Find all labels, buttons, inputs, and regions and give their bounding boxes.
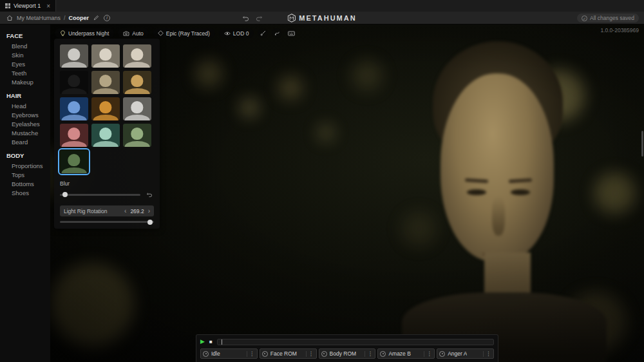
sidebar-section-title-hair: HAIR: [6, 92, 50, 99]
env-thumbnail-soft-white[interactable]: [123, 97, 151, 120]
sidebar-item-eyes[interactable]: Eyes: [6, 59, 50, 68]
viewport-toolbar: Underpass Night Auto Epic (Ray Traced): [55, 28, 296, 38]
blur-slider-knob[interactable]: [62, 192, 68, 197]
undo-redo-group: [242, 12, 263, 24]
track-media-icon: [439, 351, 445, 357]
env-thumbnail-studio-warm[interactable]: [91, 44, 120, 68]
env-thumbnail-golden-hour[interactable]: [123, 71, 151, 94]
sculpt-tool-button[interactable]: [272, 28, 282, 38]
env-thumbnail-portrait-warm[interactable]: [123, 44, 151, 68]
timeline-track-face-rom[interactable]: Face ROM⋮: [260, 348, 317, 359]
track-media-icon: [321, 351, 327, 357]
main-area: FACEBlendSkinEyesTeethMakeupHAIRHeadEyeb…: [0, 24, 644, 362]
light-rig-value[interactable]: 269.2: [130, 208, 144, 214]
viewport-grid-icon: [5, 3, 10, 8]
metahuman-hexagon-icon: [287, 14, 296, 23]
sidebar-item-beard[interactable]: Beard: [6, 137, 50, 146]
env-thumbnail-studio-light[interactable]: [60, 44, 88, 68]
quality-button[interactable]: Epic (Ray Traced): [153, 28, 215, 38]
track-menu-icon[interactable]: ⋮: [247, 351, 255, 357]
sidebar-item-bottoms[interactable]: Bottoms: [6, 179, 50, 188]
env-thumbnail-silhouette[interactable]: [60, 71, 88, 94]
saved-check-icon: ✓: [582, 15, 587, 21]
env-thumbnail-blue-hour[interactable]: [60, 97, 88, 120]
rename-pencil-icon[interactable]: [92, 14, 100, 22]
blur-reset-button[interactable]: [145, 190, 154, 199]
track-menu-icon[interactable]: ⋮: [483, 351, 491, 357]
sidebar-item-blend[interactable]: Blend: [6, 41, 50, 50]
brush-tool-button[interactable]: [258, 28, 268, 38]
keyboard-shortcuts-button[interactable]: [286, 28, 296, 38]
timeline-track-anger-a[interactable]: Anger A⋮: [437, 348, 494, 359]
save-status-text: All changes saved: [590, 15, 634, 21]
tab-bar: Viewport 1 ×: [0, 0, 644, 12]
save-status-badge: ✓ All changes saved: [577, 14, 639, 23]
viewport-scrollbar-handle[interactable]: [641, 131, 643, 157]
breadcrumb-separator: /: [64, 15, 66, 21]
environment-panel: Blur Light Rig Rotation: [54, 39, 160, 229]
animation-timeline: ▶ ■ Idle⋮Face ROM⋮Body ROM⋮Amaze B⋮Anger…: [196, 334, 498, 362]
playhead[interactable]: [222, 339, 222, 345]
undo-icon[interactable]: [242, 14, 250, 23]
character-render-cooper: [398, 36, 611, 362]
env-thumbnail-overcast[interactable]: [91, 71, 120, 94]
track-media-icon: [203, 351, 209, 357]
sculpt-icon: [274, 30, 280, 36]
redo-icon[interactable]: [255, 14, 263, 23]
sidebar-item-mustache[interactable]: Mustache: [6, 128, 50, 137]
sidebar-item-eyelashes[interactable]: Eyelashes: [6, 119, 50, 128]
tab-title: Viewport 1: [14, 3, 41, 9]
environment-label: Underpass Night: [68, 30, 109, 37]
sidebar-item-head[interactable]: Head: [6, 101, 50, 110]
camera-icon: [123, 31, 129, 36]
env-thumbnail-red-accent[interactable]: [60, 124, 88, 147]
env-thumbnail-forest[interactable]: [123, 124, 151, 147]
timeline-track-amaze-b[interactable]: Amaze B⋮: [377, 348, 435, 359]
sidebar-item-tops[interactable]: Tops: [6, 170, 50, 179]
tab-viewport-1[interactable]: Viewport 1 ×: [0, 0, 56, 12]
light-rig-decrement-icon[interactable]: ‹: [124, 208, 126, 214]
track-media-icon: [380, 351, 386, 357]
environment-button[interactable]: Underpass Night: [55, 28, 114, 38]
sidebar-item-shoes[interactable]: Shoes: [6, 188, 50, 197]
env-thumbnail-underpass-night[interactable]: [60, 150, 88, 173]
env-thumbnail-amber[interactable]: [91, 97, 120, 120]
timeline-scrubber[interactable]: [217, 339, 494, 345]
track-menu-icon[interactable]: ⋮: [365, 351, 373, 357]
reset-arrow-icon: [146, 192, 153, 198]
camera-mode-label: Auto: [132, 30, 144, 37]
info-icon[interactable]: i: [104, 15, 110, 21]
track-label: Body ROM: [330, 350, 357, 357]
metahuman-logo: METAHUMAN: [287, 12, 356, 24]
sidebar-item-eyebrows[interactable]: Eyebrows: [6, 110, 50, 119]
timeline-track-body-rom[interactable]: Body ROM⋮: [319, 348, 376, 359]
camera-mode-button[interactable]: Auto: [118, 28, 149, 38]
light-rig-slider[interactable]: [60, 221, 154, 223]
tab-close-icon[interactable]: ×: [46, 3, 50, 10]
sidebar-item-skin[interactable]: Skin: [6, 50, 50, 59]
sidebar-item-proportions[interactable]: Proportions: [6, 161, 50, 170]
light-rig-increment-icon[interactable]: ›: [148, 208, 150, 214]
track-label: Idle: [211, 350, 220, 357]
sidebar-item-teeth[interactable]: Teeth: [6, 68, 50, 77]
light-rig-slider-knob[interactable]: [147, 220, 153, 225]
track-menu-icon[interactable]: ⋮: [306, 351, 314, 357]
lod-button[interactable]: LOD 0: [219, 28, 254, 38]
env-thumbnail-teal[interactable]: [91, 124, 120, 147]
track-menu-icon[interactable]: ⋮: [424, 351, 432, 357]
stop-button[interactable]: ■: [209, 339, 213, 345]
keyboard-icon: [288, 31, 295, 36]
blur-slider[interactable]: [60, 194, 140, 196]
track-label: Anger A: [448, 350, 467, 357]
viewport-3d[interactable]: 1.0.0-20385969 Underpass Night Auto: [50, 24, 644, 362]
blur-control: Blur: [60, 180, 154, 199]
sidebar-section-title-face: FACE: [6, 32, 50, 39]
home-icon[interactable]: [5, 14, 14, 22]
timeline-track-idle[interactable]: Idle⋮: [200, 348, 258, 359]
breadcrumb-root[interactable]: My MetaHumans: [17, 15, 61, 21]
brush-icon: [260, 30, 266, 36]
play-button[interactable]: ▶: [200, 339, 205, 345]
sidebar-item-makeup[interactable]: Makeup: [6, 77, 50, 86]
track-media-icon: [262, 351, 268, 357]
light-rig-spinner: ‹ 269.2 ›: [124, 208, 150, 214]
